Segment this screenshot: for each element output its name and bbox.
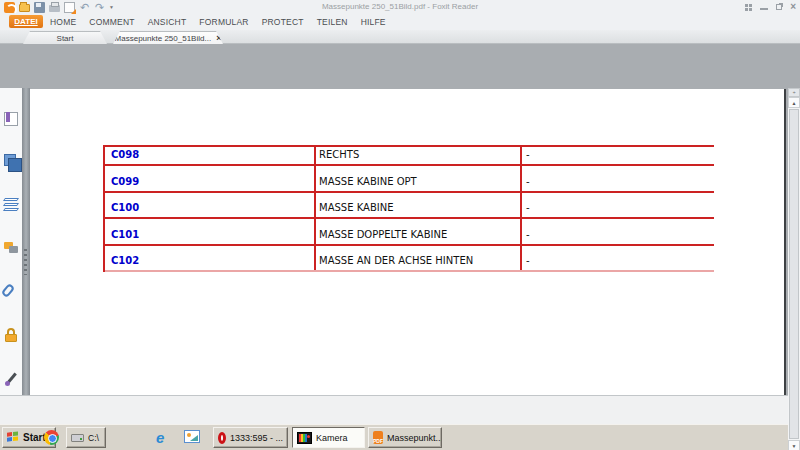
tab-close-icon[interactable]: × (216, 34, 221, 43)
chrome-icon[interactable] (44, 430, 59, 445)
foxit-reader-window: ↶ ↷ ▼ Massepunkte 250_51Bild.pdf - Foxit… (0, 0, 800, 450)
image-viewer-icon[interactable] (184, 430, 200, 443)
cell-value: - (520, 166, 714, 191)
document-area: ▶ C098 RECHTS - C099 MASSE KABINE OPT - … (0, 44, 800, 395)
close-button[interactable]: × (790, 3, 796, 11)
cell-code: C101 (105, 219, 314, 244)
table-row: C101 MASSE DOPPELTE KABINE - (105, 219, 714, 246)
scroll-up-icon[interactable]: ▲ (788, 97, 800, 108)
pages-panel-icon[interactable] (4, 154, 16, 166)
menu-ansicht[interactable]: ANSICHT (148, 17, 187, 27)
menu-home[interactable]: HOME (50, 17, 76, 27)
panel-divider-handle[interactable] (24, 249, 27, 275)
camera-app-icon (297, 432, 312, 444)
menu-hilfe[interactable]: HILFE (361, 17, 386, 27)
cell-value: - (520, 219, 714, 244)
toolbar-customize-caret-icon[interactable]: ▼ (109, 4, 114, 10)
tab-document[interactable]: Massepunkte 250_51Bild... × (113, 31, 223, 44)
drive-c-button[interactable]: C:\ (66, 427, 106, 448)
cell-desc: MASSE KABINE OPT (314, 166, 520, 191)
window-title: Massepunkte 250_51Bild.pdf - Foxit Reade… (322, 2, 478, 11)
taskbar-button-massepunkte[interactable]: PDF Massepunkt... (368, 427, 442, 448)
vertical-scrollbar[interactable]: ÷ ▲ ▼ (788, 88, 800, 450)
redo-icon[interactable]: ↷ (94, 2, 105, 13)
cell-desc: MASSE AN DER ACHSE HINTEN (314, 246, 520, 270)
table-row: C098 RECHTS - (105, 147, 714, 166)
open-folder-icon[interactable] (19, 4, 30, 12)
scroll-down-icon[interactable]: ▼ (788, 440, 800, 450)
cell-code: C100 (105, 193, 314, 217)
menu-protect[interactable]: PROTECT (262, 17, 304, 27)
scrollbar-split-button[interactable]: ÷ (788, 88, 800, 97)
cell-value: - (520, 193, 714, 217)
signature-panel-icon[interactable] (4, 372, 18, 386)
tab-document-label: Massepunkte 250_51Bild... (115, 34, 212, 43)
drive-icon (71, 434, 84, 442)
status-bar: 2 / 2 ▼ 162.95% ▼ − + (0, 395, 800, 424)
drive-label: C:\ (88, 433, 99, 443)
scrollbar-thumb[interactable] (789, 109, 799, 439)
taskbar-button-label: Kamera (316, 433, 348, 443)
cell-desc: RECHTS (314, 147, 520, 164)
taskbar-button-kamera[interactable]: Kamera (292, 427, 365, 448)
tab-start-label: Start (57, 34, 74, 43)
window-controls: × (745, 3, 796, 11)
taskbar-button-label: Massepunkt... (387, 433, 442, 443)
foxit-pdf-icon: PDF (373, 431, 383, 444)
navigation-sidebar (0, 88, 22, 439)
pdf-table: C098 RECHTS - C099 MASSE KABINE OPT - C1… (103, 145, 714, 272)
menu-comment[interactable]: COMMENT (89, 17, 134, 27)
opera-icon (218, 432, 226, 444)
security-panel-icon[interactable] (4, 328, 18, 342)
document-tab-bar: Start Massepunkte 250_51Bild... × ▼ Fast… (0, 30, 800, 44)
layers-panel-icon[interactable] (4, 198, 18, 212)
print-icon[interactable] (49, 5, 60, 12)
undo-icon[interactable]: ↶ (79, 2, 90, 13)
windows-taskbar: Start C:\ e 1333:595 - ... Kamera PDF Ma… (0, 424, 800, 450)
bookmarks-panel-icon[interactable] (4, 112, 18, 126)
windows-logo-icon (7, 431, 19, 443)
menu-teilen[interactable]: TEILEN (317, 17, 348, 27)
taskbar-button-opera[interactable]: 1333:595 - ... (213, 427, 288, 448)
internet-explorer-icon[interactable]: e (156, 430, 164, 445)
save-icon[interactable] (34, 2, 45, 13)
start-label: Start (23, 432, 46, 443)
ribbon-menu-bar: DATEI HOME COMMENT ANSICHT FORMULAR PROT… (0, 14, 800, 30)
new-document-icon[interactable] (64, 2, 75, 13)
comments-panel-icon[interactable] (4, 241, 18, 255)
menu-formular[interactable]: FORMULAR (199, 17, 248, 27)
cell-desc: MASSE KABINE (314, 193, 520, 217)
cell-code: C102 (105, 246, 314, 270)
cell-code: C099 (105, 166, 314, 191)
title-bar: ↶ ↷ ▼ Massepunkte 250_51Bild.pdf - Foxit… (0, 0, 800, 14)
tile-windows-icon[interactable] (745, 4, 752, 11)
table-row: C099 MASSE KABINE OPT - (105, 166, 714, 193)
cell-value: - (520, 246, 714, 270)
cell-desc: MASSE DOPPELTE KABINE (314, 219, 520, 244)
table-row: C102 MASSE AN DER ACHSE HINTEN - (105, 246, 714, 272)
cell-code: C098 (105, 147, 314, 164)
ribbon-tabs: HOME COMMENT ANSICHT FORMULAR PROTECT TE… (50, 17, 386, 27)
tab-start[interactable]: Start (23, 31, 107, 44)
minimize-button[interactable] (760, 8, 768, 10)
foxit-logo-icon[interactable] (4, 2, 15, 13)
taskbar-button-label: 1333:595 - ... (230, 433, 283, 443)
quick-access-toolbar: ↶ ↷ ▼ (4, 1, 114, 13)
cell-value: - (520, 147, 714, 164)
file-menu-button[interactable]: DATEI (9, 15, 43, 28)
restore-button[interactable] (776, 4, 782, 10)
attachments-panel-icon[interactable] (1, 283, 15, 298)
table-row: C100 MASSE KABINE - (105, 193, 714, 219)
